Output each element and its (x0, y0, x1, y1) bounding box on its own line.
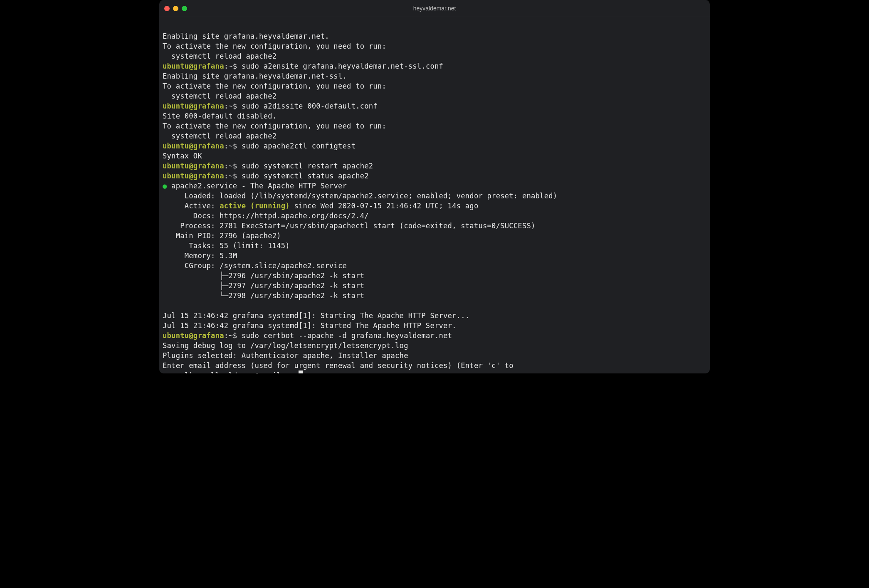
command-input: sudo apache2ctl configtest (242, 142, 356, 150)
prompt-dollar: $ (233, 102, 237, 110)
output-line: Enabling site grafana.heyvaldemar.net. (163, 32, 329, 40)
command-input: sudo a2dissite 000-default.conf (242, 102, 378, 110)
output-line: systemctl reload apache2 (163, 132, 276, 140)
prompt-path: ~ (228, 62, 233, 70)
status-cgroup: CGroup: /system.slice/apache2.service (163, 262, 347, 270)
prompt-at: @ (189, 172, 193, 180)
command-input: sudo a2ensite grafana.heyvaldemar.net-ss… (242, 62, 443, 70)
prompt-sep: : (224, 102, 229, 110)
close-icon[interactable] (164, 6, 170, 11)
terminal-body[interactable]: Enabling site grafana.heyvaldemar.net. T… (159, 17, 710, 373)
prompt-at: @ (189, 62, 193, 70)
output-line: Saving debug log to /var/log/letsencrypt… (163, 341, 408, 350)
output-line: Syntax OK (163, 152, 202, 160)
prompt-host: grafana (193, 162, 224, 170)
prompt-at: @ (189, 142, 193, 150)
prompt-path: ~ (228, 102, 233, 110)
status-tree-line: ├─2796 /usr/sbin/apache2 -k start (163, 272, 364, 280)
prompt-dollar: $ (233, 62, 237, 70)
log-line: Jul 15 21:46:42 grafana systemd[1]: Star… (163, 321, 457, 330)
prompt-host: grafana (193, 102, 224, 110)
prompt-path: ~ (228, 162, 233, 170)
prompt-path: ~ (228, 331, 233, 340)
status-active-rest: since Wed 2020-07-15 21:46:42 UTC; 14s a… (290, 202, 479, 210)
output-line: Site 000-default disabled. (163, 112, 276, 120)
prompt-dollar: $ (233, 162, 237, 170)
prompt-host: grafana (193, 172, 224, 180)
status-loaded: Loaded: loaded (/lib/systemd/system/apac… (163, 192, 557, 200)
status-mainpid: Main PID: 2796 (apache2) (163, 232, 281, 240)
prompt-host: grafana (193, 142, 224, 150)
prompt-dollar: $ (233, 172, 237, 180)
prompt-at: @ (189, 331, 193, 340)
status-docs: Docs: https://httpd.apache.org/docs/2.4/ (163, 212, 369, 220)
prompt-host: grafana (193, 331, 224, 340)
prompt-user: ubuntu (163, 172, 189, 180)
status-tree-line: ├─2797 /usr/sbin/apache2 -k start (163, 282, 364, 290)
terminal-window: heyvaldemar.net Enabling site grafana.he… (159, 0, 710, 373)
prompt-sep: : (224, 62, 229, 70)
status-active-value: active (running) (220, 202, 290, 210)
prompt-dollar: $ (233, 331, 237, 340)
prompt-path: ~ (228, 142, 233, 150)
status-active-label: Active: (163, 202, 220, 210)
prompt-host: grafana (193, 62, 224, 70)
prompt-user: ubuntu (163, 331, 189, 340)
status-title: apache2.service - The Apache HTTP Server (167, 182, 347, 190)
output-line: Plugins selected: Authenticator apache, … (163, 351, 408, 360)
prompt-user: ubuntu (163, 142, 189, 150)
prompt-dollar: $ (233, 142, 237, 150)
prompt-at: @ (189, 102, 193, 110)
titlebar: heyvaldemar.net (159, 0, 710, 17)
prompt-user: ubuntu (163, 162, 189, 170)
command-input: sudo certbot --apache -d grafana.heyvald… (242, 331, 452, 340)
command-input: sudo systemctl status apache2 (242, 172, 369, 180)
minimize-icon[interactable] (173, 6, 178, 11)
cursor-icon (299, 371, 303, 373)
status-memory: Memory: 5.3M (163, 252, 237, 260)
prompt-user: ubuntu (163, 62, 189, 70)
log-line: Jul 15 21:46:42 grafana systemd[1]: Star… (163, 311, 469, 320)
output-line: systemctl reload apache2 (163, 52, 276, 60)
input-prompt-label: cancel): (163, 371, 202, 373)
output-line: Enter email address (used for urgent ren… (163, 361, 514, 370)
command-input: sudo systemctl restart apache2 (242, 162, 373, 170)
zoom-icon[interactable] (182, 6, 187, 11)
prompt-user: ubuntu (163, 102, 189, 110)
email-input[interactable]: callvaldemar@gmail.com (202, 371, 299, 373)
status-tree-line: └─2798 /usr/sbin/apache2 -k start (163, 292, 364, 300)
prompt-sep: : (224, 142, 229, 150)
prompt-at: @ (189, 162, 193, 170)
output-line: systemctl reload apache2 (163, 92, 276, 100)
prompt-path: ~ (228, 172, 233, 180)
output-line: To activate the new configuration, you n… (163, 82, 386, 90)
prompt-sep: : (224, 172, 229, 180)
output-line: To activate the new configuration, you n… (163, 42, 386, 50)
window-title: heyvaldemar.net (159, 5, 710, 12)
prompt-sep: : (224, 162, 229, 170)
status-bullet-icon: ● (163, 182, 167, 190)
status-tasks: Tasks: 55 (limit: 1145) (163, 242, 290, 250)
status-process: Process: 2781 ExecStart=/usr/sbin/apache… (163, 222, 536, 230)
prompt-sep: : (224, 331, 229, 340)
output-line: To activate the new configuration, you n… (163, 122, 386, 130)
window-controls (164, 6, 187, 11)
output-line: Enabling site grafana.heyvaldemar.net-ss… (163, 72, 347, 80)
